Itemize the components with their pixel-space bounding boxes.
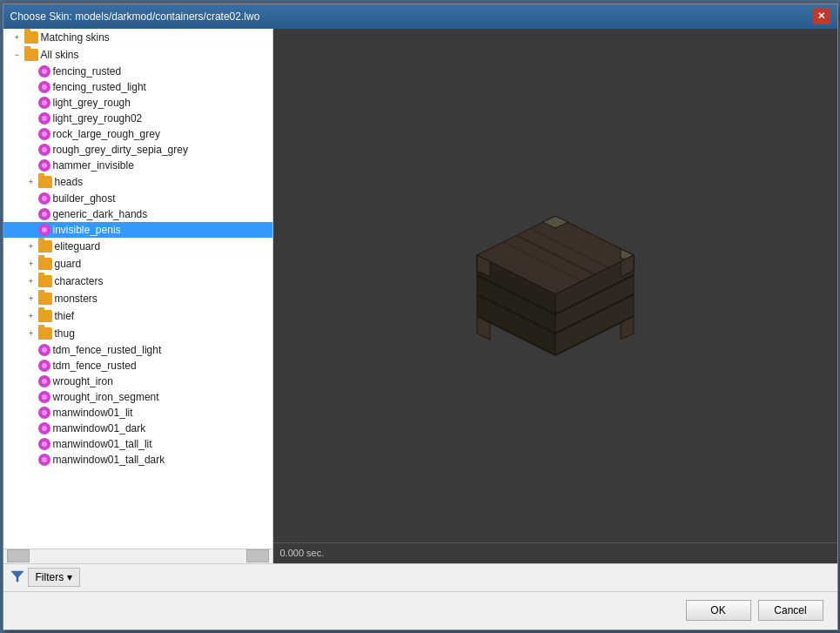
tree-item-rough-grey-dirty-sepia-grey[interactable]: rough_grey_dirty_sepia_grey: [3, 142, 272, 158]
tree-item-monsters[interactable]: + monsters: [3, 290, 272, 307]
tree-item-guard[interactable]: + guard: [3, 255, 272, 273]
skin-icon: [38, 144, 50, 156]
filter-icon: [10, 570, 24, 585]
expand-icon: +: [24, 239, 38, 253]
tree-item-heads[interactable]: + heads: [3, 173, 272, 191]
item-label: Matching skins: [41, 31, 110, 44]
item-label: characters: [55, 275, 104, 287]
skin-icon: [38, 208, 50, 220]
scroll-right-btn[interactable]: [246, 549, 269, 562]
expand-icon: +: [24, 292, 38, 306]
item-label: heads: [55, 176, 84, 188]
tree-item-thief[interactable]: + thief: [3, 307, 272, 325]
folder-icon: [38, 176, 52, 188]
dialog: Choose Skin: models/darkmod/containers/c…: [3, 3, 838, 630]
folder-icon: [38, 293, 52, 305]
crate-preview: [451, 190, 660, 381]
tree-item-manwindow01-tall-lit[interactable]: manwindow01_tall_lit: [3, 436, 272, 452]
item-label: eliteguard: [55, 240, 101, 253]
item-label: manwindow01_tall_dark: [53, 454, 165, 466]
tree-item-light-grey-rough02[interactable]: light_grey_rough02: [3, 111, 272, 126]
tree-item-rock-large-rough-grey[interactable]: rock_large_rough_grey: [3, 126, 272, 142]
item-label: manwindow01_tall_lit: [53, 438, 152, 450]
tree-item-fencing-rusted-light[interactable]: fencing_rusted_light: [3, 79, 272, 95]
skin-icon: [38, 454, 50, 466]
tree-container[interactable]: + Matching skins − All skins fencing_rus…: [3, 29, 272, 549]
chevron-down-icon: ▾: [67, 571, 72, 583]
skin-icon: [38, 97, 50, 109]
tree-item-thug[interactable]: + thug: [3, 325, 272, 342]
scroll-left-btn[interactable]: [7, 549, 30, 562]
tree-item-tdm-fence-rusted[interactable]: tdm_fence_rusted: [3, 358, 272, 374]
item-label: tdm_fence_rusted_light: [53, 344, 162, 356]
horizontal-scrollbar[interactable]: [3, 549, 272, 563]
tree-item-wrought-iron[interactable]: wrought_iron: [3, 374, 272, 389]
item-label: invisible_penis: [53, 224, 121, 236]
item-label: light_grey_rough02: [53, 112, 143, 125]
svg-marker-18: [11, 571, 24, 582]
tree-item-builder-ghost[interactable]: builder_ghost: [3, 191, 272, 206]
tree-item-fencing-rusted[interactable]: fencing_rusted: [3, 64, 272, 79]
item-label: monsters: [55, 293, 97, 305]
expand-icon: +: [10, 30, 24, 44]
item-label: rough_grey_dirty_sepia_grey: [53, 144, 188, 156]
filters-button[interactable]: Filters ▾: [28, 568, 81, 587]
skin-icon: [38, 438, 50, 450]
expand-icon: +: [24, 309, 38, 323]
skin-icon: [38, 192, 50, 205]
status-bar: 0.000 sec.: [273, 542, 837, 563]
cancel-button[interactable]: Cancel: [758, 600, 823, 621]
tree-item-generic-dark-hands[interactable]: generic_dark_hands: [3, 206, 272, 222]
tree-item-invisible-penis[interactable]: invisible_penis: [3, 222, 272, 238]
skin-icon: [38, 81, 50, 93]
skin-icon: [38, 344, 50, 356]
tree-item-manwindow01-tall-dark[interactable]: manwindow01_tall_dark: [3, 452, 272, 468]
skin-icon: [38, 422, 50, 434]
expand-icon: +: [24, 257, 38, 271]
tree-item-manwindow01-lit[interactable]: manwindow01_lit: [3, 405, 272, 421]
item-label: manwindow01_lit: [53, 407, 133, 419]
item-label: generic_dark_hands: [53, 208, 148, 220]
tree-item-characters[interactable]: + characters: [3, 273, 272, 290]
tree-item-light-grey-rough[interactable]: light_grey_rough: [3, 95, 272, 111]
filters-label: Filters: [36, 571, 64, 583]
item-label: wrought_iron_segment: [53, 391, 159, 403]
folder-icon: [38, 310, 52, 322]
item-label: wrought_iron: [53, 375, 113, 387]
left-panel: + Matching skins − All skins fencing_rus…: [3, 29, 273, 563]
expand-icon: −: [10, 48, 24, 62]
bottom-bar: OK Cancel: [3, 591, 837, 630]
render-time: 0.000 sec.: [280, 548, 325, 558]
tree-item-tdm-fence-rusted-light[interactable]: tdm_fence_rusted_light: [3, 342, 272, 358]
expand-icon: +: [24, 274, 38, 288]
skin-icon: [38, 112, 50, 125]
item-label: manwindow01_dark: [53, 422, 146, 434]
title-bar: Choose Skin: models/darkmod/containers/c…: [3, 4, 837, 29]
item-label: hammer_invisible: [53, 159, 134, 172]
tree-item-eliteguard[interactable]: + eliteguard: [3, 238, 272, 255]
tree-item-manwindow01-dark[interactable]: manwindow01_dark: [3, 421, 272, 436]
item-label: guard: [55, 258, 82, 270]
close-button[interactable]: ✕: [813, 9, 830, 24]
folder-icon: [38, 258, 52, 270]
folder-icon: [24, 49, 38, 61]
item-label: builder_ghost: [53, 192, 116, 205]
skin-icon: [38, 375, 50, 387]
content-area: + Matching skins − All skins fencing_rus…: [3, 29, 837, 563]
tree-item-all-skins[interactable]: − All skins: [3, 46, 272, 64]
tree-item-matching-skins[interactable]: + Matching skins: [3, 29, 272, 46]
expand-icon: +: [24, 327, 38, 340]
skin-icon: [38, 159, 50, 172]
ok-button[interactable]: OK: [686, 600, 751, 621]
item-label: All skins: [41, 49, 79, 61]
dialog-title: Choose Skin: models/darkmod/containers/c…: [10, 10, 260, 23]
folder-icon: [24, 31, 38, 44]
tree-item-hammer-invisible[interactable]: hammer_invisible: [3, 158, 272, 173]
folder-icon: [38, 240, 52, 253]
skin-icon: [38, 224, 50, 236]
right-panel: 0.000 sec.: [273, 29, 837, 563]
item-label: thief: [55, 310, 75, 322]
tree-item-wrought-iron-segment[interactable]: wrought_iron_segment: [3, 389, 272, 405]
folder-icon: [38, 327, 52, 340]
item-label: fencing_rusted: [53, 65, 122, 77]
